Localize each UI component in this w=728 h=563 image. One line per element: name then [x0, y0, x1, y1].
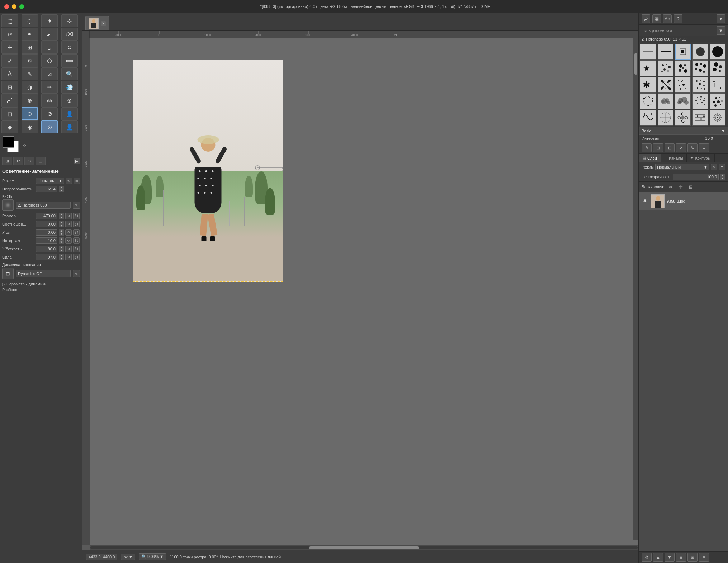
tool-extra3[interactable]: ⊙ — [41, 120, 58, 133]
force-reset[interactable]: ⟲ — [65, 254, 72, 260]
ratio-reset[interactable]: ⟲ — [65, 221, 72, 227]
layer-action-settings[interactable]: ⚙ — [642, 553, 652, 562]
tab-close-button[interactable]: ✕ — [101, 21, 106, 26]
tab-layers[interactable]: ▤ Слои — [639, 154, 661, 162]
brush-cell-dec5[interactable] — [710, 110, 725, 126]
status-unit[interactable]: px ▼ — [121, 554, 135, 560]
tool-desaturate[interactable]: ⊘ — [41, 107, 58, 120]
image-tab[interactable]: ✕ — [85, 16, 109, 30]
font-icon-btn[interactable]: Aa — [663, 14, 672, 23]
horizontal-scrollbar[interactable] — [90, 545, 638, 550]
tool-heal[interactable]: ⊕ — [22, 94, 38, 107]
angle-spinner[interactable]: ▲ ▼ — [59, 229, 64, 236]
brush-cell-splatter2[interactable] — [675, 60, 691, 76]
brush-action-refresh[interactable]: ↻ — [687, 143, 698, 152]
angle-value[interactable]: 0.00 — [36, 229, 57, 236]
layer-visibility-toggle[interactable]: 👁 — [642, 198, 649, 205]
brush-filter-label[interactable]: фильтр по меткам — [642, 29, 715, 33]
tool-blend[interactable]: ◑ — [22, 81, 38, 94]
help-icon-btn[interactable]: ? — [674, 14, 682, 23]
brush-category-dropdown[interactable]: Basic, ▼ — [639, 127, 728, 135]
layer-action-delete[interactable]: ✕ — [699, 553, 709, 562]
layers-opacity-spinner[interactable]: ▲ ▼ — [720, 174, 725, 180]
brush-edit-button[interactable]: ✎ — [73, 202, 80, 209]
size-up[interactable]: ▲ — [59, 213, 64, 216]
brush-cell-noise2[interactable] — [710, 93, 725, 109]
force-value[interactable]: 97.0 — [36, 254, 57, 260]
force-spinner[interactable]: ▲ ▼ — [59, 254, 64, 260]
dynamics-icon[interactable]: ⊞ — [2, 268, 14, 279]
brush-cell-scatter3[interactable]: + — [710, 77, 725, 93]
layer-item[interactable]: 👁 9358-3.jpg — [639, 192, 728, 210]
close-button[interactable] — [4, 4, 9, 9]
force-up[interactable]: ▲ — [59, 254, 64, 257]
spacing-up[interactable]: ▲ — [59, 237, 64, 241]
tool-clone[interactable]: ⌫ — [61, 28, 78, 41]
lock-move-icon[interactable]: ✛ — [677, 183, 684, 190]
layers-mode-extra[interactable]: ▼ — [719, 164, 725, 170]
spacing-link[interactable]: ⛓ — [73, 237, 80, 244]
angle-reset[interactable]: ⟲ — [65, 229, 72, 236]
brushes-icon-btn[interactable]: 🖌 — [642, 14, 650, 23]
brush-cell-ring1[interactable] — [640, 93, 656, 109]
spacing-reset[interactable]: ⟲ — [65, 237, 72, 244]
brush-cell-star[interactable]: ★ — [640, 60, 656, 76]
maximize-button[interactable] — [19, 4, 24, 9]
brush-cell-scatter2[interactable] — [692, 77, 708, 93]
force-down[interactable]: ▼ — [59, 257, 64, 260]
tool-pencil[interactable]: ✏ — [41, 81, 58, 94]
color-swatches[interactable]: ↕ — [3, 136, 21, 154]
layer-action-copy[interactable]: ⊟ — [687, 553, 698, 562]
tool-measure[interactable]: ⊿ — [41, 67, 58, 80]
layer-action-up[interactable]: ▲ — [653, 553, 663, 562]
spacing-down[interactable]: ▼ — [59, 241, 64, 244]
spacing-value[interactable]: 10.0 — [36, 237, 57, 244]
tool-extra4[interactable]: 👤 — [61, 120, 78, 133]
brush-cell-circle-lg[interactable] — [710, 44, 725, 60]
panel-toggle[interactable]: ▶ — [74, 158, 80, 164]
tool-perspective[interactable]: ⬡ — [41, 54, 58, 67]
opacity-down[interactable]: ▼ — [59, 189, 64, 192]
canvas-scroll-area[interactable] — [90, 38, 638, 545]
size-link[interactable]: ⛓ — [73, 213, 80, 219]
layer-action-down[interactable]: ▼ — [665, 553, 675, 562]
minimize-button[interactable] — [12, 4, 16, 9]
tool-script[interactable]: 👤 — [61, 107, 78, 120]
tool-rotate[interactable]: ↻ — [61, 41, 78, 54]
right-menu-btn[interactable]: ▼ — [717, 14, 725, 23]
spacing-spinner[interactable]: ▲ ▼ — [59, 237, 64, 244]
brush-cell-scatter1[interactable] — [675, 77, 691, 93]
layers-opacity-up[interactable]: ▲ — [720, 174, 725, 177]
tool-color-picker[interactable]: ✎ — [22, 67, 38, 80]
tool-airbrush[interactable]: 💨 — [61, 81, 78, 94]
new-image-icon[interactable]: ⊞ — [2, 157, 12, 165]
tool-lasso[interactable]: ◌ — [22, 14, 38, 27]
tool-smudge[interactable]: ◎ — [41, 94, 58, 107]
layers-mode-dropdown[interactable]: Нормальный ▼ — [655, 164, 709, 170]
tool-flip[interactable]: ⟺ — [61, 54, 78, 67]
ratio-down[interactable]: ▼ — [59, 224, 64, 227]
size-down[interactable]: ▼ — [59, 216, 64, 219]
hardness-link[interactable]: ⛓ — [73, 246, 80, 252]
brush-cell-dec2[interactable] — [658, 110, 673, 126]
brush-action-edit[interactable]: ✎ — [642, 143, 652, 152]
tool-paintbrush[interactable]: 🖌 — [41, 28, 58, 41]
status-zoom[interactable]: 🔍 9.09% ▼ — [139, 553, 166, 560]
brush-action-copy[interactable]: ⊞ — [653, 143, 663, 152]
tool-bucket-fill[interactable]: ⊟ — [1, 81, 18, 94]
vscroll-thumb[interactable] — [634, 53, 637, 75]
brush-cell-line-thin[interactable] — [640, 44, 656, 60]
brush-action-settings[interactable]: ≡ — [699, 143, 709, 152]
tool-crop[interactable]: ⌟ — [41, 41, 58, 54]
mode-dropdown[interactable]: Нормаль... ▼ — [36, 178, 64, 184]
opacity-up[interactable]: ▲ — [59, 186, 64, 189]
dynamics-name-display[interactable]: Dynamics Off — [16, 270, 71, 277]
size-reset[interactable]: ⟲ — [65, 213, 72, 219]
brush-cell-dec1[interactable] — [640, 110, 656, 126]
undo-icon[interactable]: ↩ — [13, 157, 23, 165]
layers-opacity-value[interactable]: 100.0 — [673, 174, 719, 180]
canvas-image[interactable] — [133, 60, 283, 282]
angle-down[interactable]: ▼ — [59, 232, 64, 236]
brush-action-new[interactable]: ⊟ — [665, 143, 675, 152]
tool-rect-select[interactable]: ⬚ — [1, 14, 18, 27]
